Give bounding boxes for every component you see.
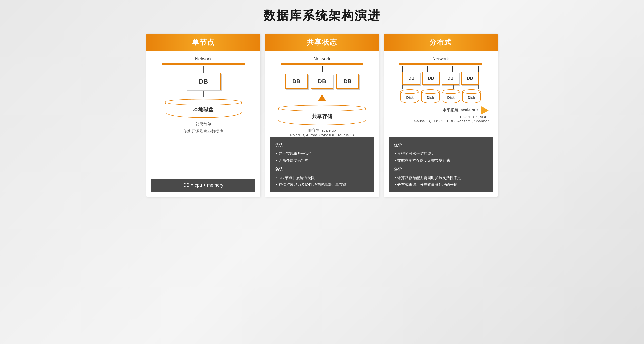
panel2-description: 优势： • 易于实现事务一致性 • 无需多层复杂管理 劣势： • DB 节点扩展… [270, 137, 374, 192]
panel-single-node: 单节点 Network DB 本地磁盘 部署简单 传统开源及商业数据库 DB = [146, 34, 260, 197]
panel3-scale-products: PolarDB-X, ADB, GaussDB, TDSQL, TiDB, Re… [389, 114, 493, 124]
panel3-db-box-1: DB [402, 72, 420, 85]
panel3-network-section: Network [389, 56, 493, 65]
panel2-h-connector [280, 66, 365, 72]
panel1-caption: 部署简单 传统开源及商业数据库 [183, 121, 223, 135]
diagram-container: 单节点 Network DB 本地磁盘 部署简单 传统开源及商业数据库 DB = [146, 34, 498, 197]
panel3-arrow-right [481, 106, 489, 114]
panel2-db-row: DB DB DB [285, 74, 359, 89]
panel3-body: Network DB DB DB DB [384, 51, 498, 197]
panel3-scale-caption: 水平拓展, scale out PolarDB-X, ADB, GaussDB,… [389, 106, 493, 124]
panel3-network-line [399, 63, 482, 64]
panel3-header: 分布式 [384, 34, 498, 51]
panel1-network-section: Network [151, 56, 255, 65]
panel2-db-box-3: DB [336, 74, 359, 89]
panel3-db-row: DB DB DB DB [402, 72, 479, 85]
panel3-disk-2: Disk [421, 89, 440, 103]
panel2-adv-1: • 易于实现事务一致性 [275, 150, 369, 157]
panel2-dis-1: • DB 节点扩展能力受限 [275, 174, 369, 181]
panel2-header: 共享状态 [265, 34, 379, 51]
panel1-v-connector-1 [203, 66, 204, 73]
panel2-db-box-1: DB [285, 74, 308, 89]
panel2-network-section: Network [270, 56, 374, 65]
panel1-db-box: DB [186, 73, 221, 90]
panel3-h-connector [393, 66, 488, 72]
panel2-arrow-up [318, 94, 326, 101]
panel3-disk-row: Disk Disk Disk Disk [400, 89, 481, 103]
panel-shared-state: 共享状态 Network DB DB [265, 34, 379, 197]
panel2-adv-title: 优势： [275, 141, 369, 149]
panel3-v-connectors [389, 85, 493, 89]
panel3-dis-title: 劣势： [394, 165, 488, 173]
panel2-body: Network DB DB DB [265, 51, 379, 197]
panel3-scale-text: 水平拓展, scale out [442, 108, 478, 113]
panel3-db-box-3: DB [442, 72, 459, 85]
panel3-network-line-thin [399, 64, 482, 65]
panel3-dis-2: • 分布式查询、分布式事务处理的开销 [394, 181, 488, 188]
panel1-header: 单节点 [146, 34, 260, 51]
page-title: 数据库系统架构演进 [263, 8, 381, 24]
panel2-scale-caption: 兼容性, scale up PolarDB, Aurora, CynosDB, … [290, 128, 354, 137]
panel2-storage-connector: 共享存储 [270, 93, 374, 125]
panel3-disk-3: Disk [442, 89, 460, 103]
panel2-db-box-2: DB [311, 74, 333, 89]
panel3-description: 优势： • 良好的可水平扩展能力 • 数据多副本存储，无需共享存储 劣势： • … [389, 137, 493, 192]
panel2-dis-title: 劣势： [275, 165, 369, 173]
panel1-network-line [162, 63, 245, 64]
panel3-adv-1: • 良好的可水平扩展能力 [394, 150, 488, 157]
panel2-adv-2: • 无需多层复杂管理 [275, 157, 369, 164]
panel1-v-connector-2 [203, 90, 204, 97]
panel2-dis-2: • 存储扩展能力及IO性能依赖高端共享存储 [275, 181, 369, 188]
panel3-adv-2: • 数据多副本存储，无需共享存储 [394, 157, 488, 164]
panel1-network-label: Network [195, 56, 212, 62]
panel3-db-box-2: DB [422, 72, 440, 85]
panel2-scale-products: PolarDB, Aurora, CynosDB, TaurusDB [290, 133, 354, 137]
panel3-disk-4: Disk [462, 89, 481, 103]
panel2-scale-text: 兼容性, scale up [290, 128, 354, 133]
panel1-body: Network DB 本地磁盘 部署简单 传统开源及商业数据库 DB = cpu… [146, 51, 260, 197]
panel2-shared-storage: 共享存储 [278, 105, 366, 125]
panel-distributed: 分布式 Network DB DB DB DB [384, 34, 498, 197]
panel3-dis-1: • 计算及存储能力需同时扩展灵活性不足 [394, 174, 488, 181]
panel2-network-line-thin [281, 64, 364, 65]
panel1-local-disk: 本地磁盘 [165, 99, 242, 118]
panel3-disk-1: Disk [400, 89, 419, 103]
panel3-scale-row: 水平拓展, scale out [389, 106, 493, 114]
panel3-adv-title: 优势： [394, 141, 488, 149]
panel2-network-line [281, 63, 364, 64]
panel3-db-box-4: DB [461, 72, 479, 85]
panel3-network-label: Network [432, 56, 449, 62]
panel1-network-line-thin [162, 64, 245, 65]
panel2-network-label: Network [314, 56, 330, 62]
panel1-formula: DB = cpu + memory [151, 179, 255, 192]
